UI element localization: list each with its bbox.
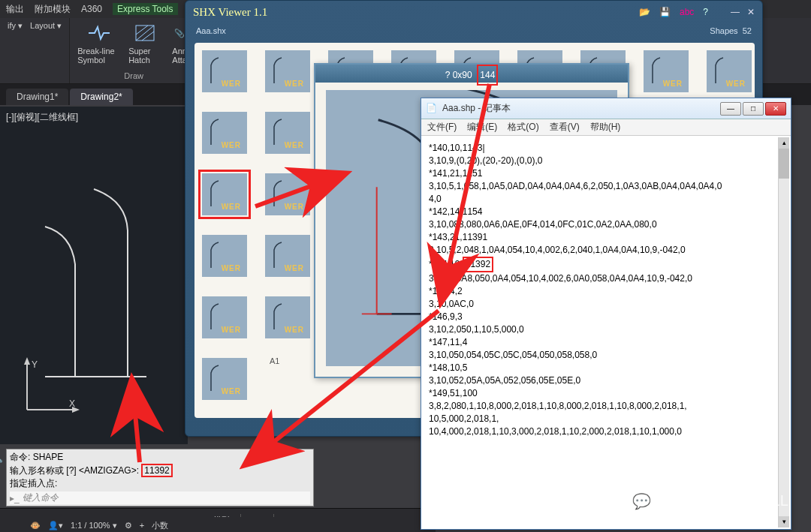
glyph-cell-99[interactable]: WER (265, 235, 310, 277)
minimize-icon[interactable]: — (731, 7, 740, 17)
breakline-button[interactable]: Break-line Symbol (77, 21, 121, 65)
glyph-cell-89[interactable]: WER (265, 112, 310, 154)
maximize-button[interactable]: □ (743, 102, 764, 116)
notepad-11392-highlight: 11392 (463, 257, 493, 272)
scroll-thumb[interactable] (779, 149, 789, 179)
plus-icon[interactable]: + (140, 521, 144, 530)
wrench-icon[interactable]: 🔧 (0, 452, 3, 463)
tab-drawing1[interactable]: Drawing1* (6, 89, 68, 105)
hatch-icon (133, 23, 157, 44)
ucs-icon: Y X (21, 356, 81, 416)
menu-item[interactable]: 输出 (6, 3, 24, 16)
svg-line-2 (136, 26, 148, 35)
save-icon[interactable]: 💾 (659, 7, 671, 17)
close-button[interactable]: ✕ (765, 102, 786, 116)
shx-title-text: SHX Viewer 1.1 (193, 6, 639, 19)
command-area: 🔧 ✕ 命令: SHAPE 输入形名称或 [?] <AMZIGZAG>: 113… (6, 449, 314, 506)
glyph-cell-A0[interactable]: WER (202, 296, 247, 338)
gear-icon[interactable]: ⚙ (125, 521, 132, 530)
glyph-cell-80[interactable]: WER (202, 50, 247, 92)
wechat-icon: 💬 (632, 492, 651, 510)
help-icon[interactable]: ? (703, 7, 708, 17)
monkey-icon[interactable]: 🐵 (30, 521, 41, 530)
menu-help[interactable]: 帮助(H) (590, 121, 621, 134)
notepad-titlebar[interactable]: 📄 Aaa.shp - 记事本 — □ ✕ (421, 98, 791, 119)
glyph-cell-A1[interactable]: WER (265, 296, 310, 338)
menu-file[interactable]: 文件(F) (427, 121, 457, 134)
scroll-down-icon[interactable]: ▾ (779, 516, 789, 527)
minimize-button[interactable]: — (720, 102, 741, 116)
glyph-cell-91[interactable]: WER (265, 173, 310, 215)
glyph-detail-title: ? 0x90 144 (315, 65, 628, 83)
ribbon-panel-modify: ify ▾ Layout ▾ (0, 18, 70, 83)
zoom-readout[interactable]: 1:1 / 100% ▾ (71, 521, 117, 530)
svg-line-3 (142, 32, 154, 41)
cmd-input[interactable]: ▸_ 键入命令 (10, 491, 310, 504)
glyph-cell-98[interactable]: WER (202, 235, 247, 277)
modify-dropdown[interactable]: ify ▾ (8, 21, 23, 31)
person-icon[interactable]: 👤▾ (48, 521, 63, 530)
notepad-title: Aaa.shp - 记事本 (442, 102, 720, 115)
shx-filename: Aaa.shx (196, 26, 226, 35)
glyph-decimal-highlight: 144 (477, 65, 498, 86)
menu-item[interactable]: 附加模块 (35, 3, 71, 16)
notepad-window: 📄 Aaa.shp - 记事本 — □ ✕ 文件(F) 编辑(E) 格式(O) … (421, 98, 791, 530)
glyph-cell-87[interactable]: WER (707, 50, 752, 92)
notepad-scrollbar[interactable]: ▴ ▾ (778, 137, 789, 527)
abc-icon[interactable]: abc (680, 7, 694, 17)
wechat-watermark: 💬微信号：CADSKILL (632, 491, 788, 511)
cmd-line-input: 输入形名称或 [?] <AMZIGZAG>: 11392 (10, 464, 310, 477)
panel-title-draw: Draw (124, 71, 143, 80)
notepad-text-area[interactable]: *140,10,1143|3,10,9,(0,20),(20,-20),(0,0… (423, 137, 777, 527)
svg-marker-9 (24, 357, 30, 365)
scroll-up-icon[interactable]: ▴ (779, 137, 789, 149)
glyph-cell-81[interactable]: WER (265, 50, 310, 92)
svg-text:X: X (69, 398, 75, 409)
layout-dropdown[interactable]: Layout ▾ (30, 21, 62, 31)
breakline-icon (87, 23, 111, 44)
menu-item[interactable]: A360 (81, 4, 102, 14)
ribbon-panel-draw: Break-line Symbol Super Hatch 📎 AnnAtta … (70, 18, 198, 83)
shx-subbar: Aaa.shx Shapes 52 (185, 23, 762, 38)
acad-viewport[interactable]: [-][俯视][二维线框] Y X (0, 107, 188, 444)
tab-drawing2[interactable]: Drawing2* (70, 89, 132, 105)
glyph-label: A1 (270, 356, 279, 365)
glyph-cell-45[interactable]: WER (202, 358, 247, 400)
close-icon[interactable]: ✕ (747, 7, 755, 17)
open-icon[interactable]: 📂 (639, 7, 650, 17)
cmd-line-point: 指定插入点: (10, 477, 310, 490)
superhatch-button[interactable]: Super Hatch (128, 21, 161, 65)
cmd-line-shape: 命令: SHAPE (10, 451, 310, 464)
glyph-cell-7[interactable]: WER (644, 50, 689, 92)
notepad-icon: 📄 (426, 103, 438, 115)
menu-item[interactable]: Express Tools (113, 3, 177, 15)
menu-edit[interactable]: 编辑(E) (467, 121, 497, 134)
decimal-label[interactable]: 小数 (152, 520, 168, 531)
glyph-cell-90[interactable]: WER (202, 173, 247, 215)
shape-id-highlight: 11392 (141, 464, 172, 477)
menu-format[interactable]: 格式(O) (508, 121, 538, 134)
shx-titlebar[interactable]: SHX Viewer 1.1 📂 💾 abc ? — ✕ (185, 1, 762, 23)
menu-view[interactable]: 查看(V) (550, 121, 580, 134)
svg-text:Y: Y (32, 359, 38, 370)
glyph-cell-88[interactable]: WER (202, 112, 247, 154)
notepad-menubar: 文件(F) 编辑(E) 格式(O) 查看(V) 帮助(H) (421, 119, 791, 136)
cmd-chevron-icon: ▸_ (10, 493, 20, 503)
